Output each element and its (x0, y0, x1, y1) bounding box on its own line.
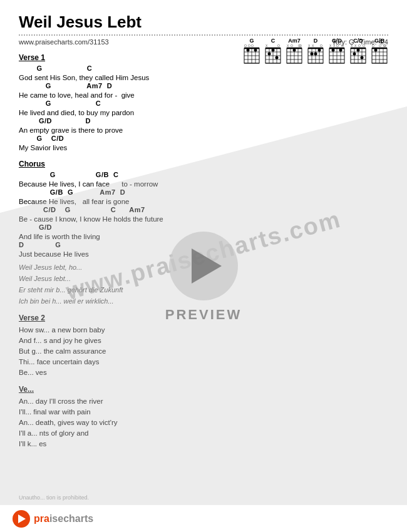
german-lyric-3: Er steht mir b... gehört die Zukunft (19, 285, 388, 295)
footer-brand-prs: pra (34, 513, 49, 524)
lyric-line: G Am7 D He came to love, heal and for - … (19, 82, 388, 100)
section-verse3: Ve... (19, 385, 388, 394)
svg-point-37 (293, 49, 296, 52)
svg-point-81 (357, 49, 360, 52)
svg-text:O: O (291, 44, 293, 48)
footer-play-button[interactable] (13, 510, 30, 528)
verse3-line4: I'll a... nts of glory and (19, 428, 388, 438)
song-url: www.praisecharts.com/31153 (19, 38, 109, 46)
svg-text:X: X (333, 44, 336, 48)
svg-text:O: O (363, 44, 365, 48)
svg-text:O: O (277, 44, 280, 48)
page: Weil Jesus Lebt www.praisecharts.com/311… (0, 0, 407, 532)
svg-text:O: O (336, 44, 339, 48)
german-lyric-1: Weil Jesus lebt, ho... (19, 262, 388, 272)
chord-G: G O O O (243, 38, 260, 66)
section-verse2: Verse 2 (19, 314, 388, 322)
chord-D: D X X O (307, 38, 324, 66)
verse3-line3: An... death, gives way to vict'ry (19, 417, 388, 427)
chord-CD: C/D X X O O (349, 38, 367, 66)
chord-GD: G/D X X O O (328, 38, 346, 66)
svg-text:O: O (372, 44, 374, 48)
lyric-line: G/D And life is worth the living (19, 223, 388, 241)
svg-point-23 (272, 49, 275, 52)
content-area: Verse 1 G C God sent His Son, they calle… (19, 53, 388, 449)
lyric-line: G/D D An empty grave is there to prove (19, 117, 388, 135)
footer-logo: praisecharts (13, 510, 93, 528)
footer-brand: praisecharts (34, 513, 93, 524)
svg-text:O: O (248, 44, 250, 48)
svg-point-10 (254, 49, 257, 52)
verse2-line3: But g... the calm assurance (19, 346, 388, 356)
svg-point-97 (374, 49, 378, 52)
german-lyric-4: Ich bin bei h... weil er wirklich... (19, 296, 388, 306)
svg-text:O: O (320, 44, 322, 48)
verse3-line2: I'll... final war with pain (19, 407, 388, 417)
title-divider (19, 34, 388, 36)
german-lyric-2: Weil Jesus lebt... (19, 274, 388, 284)
svg-text:X: X (265, 44, 268, 48)
verse3-line5: I'll k... es (19, 439, 388, 449)
verse2-line2: And f... s and joy he gives (19, 335, 388, 345)
svg-point-52 (311, 53, 314, 56)
svg-point-82 (353, 53, 356, 56)
chord-Am7: Am7 X O O O (286, 38, 303, 66)
footer-bar: praisecharts (0, 504, 407, 532)
svg-text:X: X (329, 44, 332, 48)
svg-point-25 (276, 56, 279, 59)
svg-text:X: X (312, 44, 314, 48)
lyric-line: G/B G Am7 D Because He lives, all fear i… (19, 188, 388, 206)
svg-text:O: O (379, 44, 381, 48)
svg-text:O: O (299, 44, 302, 48)
lyric-line: D G Just because He lives (19, 241, 388, 258)
svg-text:X: X (354, 44, 357, 48)
lyric-line: C/D G C Am7 Be - cause I know, I know He… (19, 206, 388, 223)
svg-point-51 (318, 49, 321, 52)
svg-text:O: O (384, 44, 386, 48)
lyric-line: G G/B C Because He lives, I can face to … (19, 171, 388, 188)
chord-GB: G/B O O O O (371, 38, 388, 66)
svg-text:O: O (251, 44, 254, 48)
svg-text:O: O (341, 44, 344, 48)
svg-text:X: X (351, 44, 353, 48)
svg-point-83 (361, 56, 364, 59)
svg-point-53 (314, 53, 317, 56)
svg-text:X: X (308, 44, 311, 48)
verse2-line5: Be... ves (19, 367, 388, 377)
svg-point-66 (332, 49, 335, 52)
svg-point-9 (247, 49, 250, 52)
verse3-line1: An... day I'll cross the river (19, 396, 388, 406)
song-title: Weil Jesus Lebt (19, 13, 388, 32)
lyric-line: G C God sent His Son, they called Him Je… (19, 64, 388, 82)
verse2-line1: How sw... a new born baby (19, 325, 388, 335)
footer-play-icon (18, 514, 26, 523)
svg-point-24 (268, 53, 271, 56)
lyric-line: G C/D My Savior lives (19, 135, 388, 152)
svg-text:O: O (358, 44, 361, 48)
section-chorus: Chorus (19, 160, 388, 168)
chord-diagrams: G O O O C (243, 38, 388, 66)
lyric-line: G C He lived and died, to buy my pardon (19, 100, 388, 117)
footer-brand-isecharts: isecharts (49, 513, 93, 524)
svg-text:X: X (287, 44, 289, 48)
chord-C: C X O (264, 38, 282, 66)
svg-point-67 (339, 49, 343, 52)
unauthorized-text: Unautho... tion is prohibited. (19, 494, 89, 501)
verse2-line4: Thi... face uncertain days (19, 357, 388, 367)
svg-text:O: O (244, 44, 247, 48)
